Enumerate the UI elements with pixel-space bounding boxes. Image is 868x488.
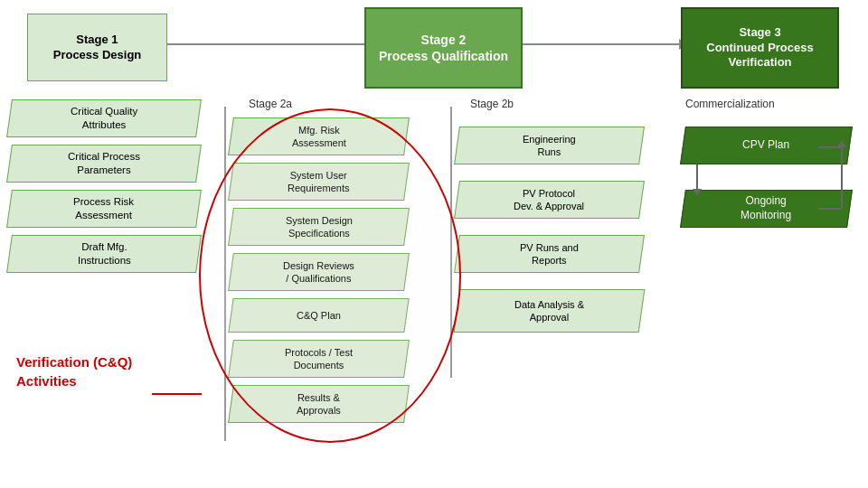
data-analysis-label: Data Analysis &Approval: [514, 298, 584, 324]
verification-oval: [199, 108, 461, 443]
cqa-label: Critical QualityAttributes: [71, 105, 137, 132]
commercialization-label: Commercialization: [685, 98, 775, 110]
arrow-feedback: [841, 146, 843, 208]
stage2b-label: Stage 2b: [470, 98, 514, 110]
cqa-item: Critical QualityAttributes: [6, 99, 202, 137]
diagram-container: Stage 1 Process Design Stage 2 Process Q…: [0, 0, 868, 488]
stage1-label: Stage 1 Process Design: [53, 33, 142, 63]
arrow-s1-s2: [167, 43, 366, 45]
verification-label: Verification (C&Q) Activities: [16, 352, 132, 390]
pra-label: Process RiskAssessment: [73, 195, 134, 222]
arrow-cpv-ongoing: [696, 164, 698, 190]
pv-protocol-item: PV ProtocolDev. & Approval: [454, 181, 645, 219]
stage2-label: Stage 2 Process Qualification: [379, 32, 508, 64]
pra-item: Process RiskAssessment: [6, 190, 202, 228]
arrow-feedback-h-top: [818, 146, 842, 148]
eng-runs-item: EngineeringRuns: [454, 127, 645, 164]
draft-mfg-label: Draft Mfg.Instructions: [78, 240, 131, 267]
pv-runs-label: PV Runs andReports: [520, 241, 579, 267]
pv-runs-item: PV Runs andReports: [454, 235, 645, 273]
arrow-feedback-h-bot: [818, 208, 842, 210]
cpv-plan-item: CPV Plan: [680, 127, 853, 164]
label-to-oval-line: [152, 393, 202, 395]
stage2-box: Stage 2 Process Qualification: [364, 7, 523, 89]
pv-protocol-label: PV ProtocolDev. & Approval: [514, 187, 584, 213]
draft-mfg-item: Draft Mfg.Instructions: [6, 235, 202, 273]
stage2a-label: Stage 2a: [249, 98, 292, 110]
eng-runs-label: EngineeringRuns: [523, 133, 576, 159]
ongoing-monitoring-label: OngoingMonitoring: [741, 194, 791, 222]
cpv-plan-label: CPV Plan: [742, 138, 789, 153]
cpp-item: Critical ProcessParameters: [6, 145, 202, 183]
data-analysis-item: Data Analysis &Approval: [454, 289, 646, 333]
cpp-label: Critical ProcessParameters: [68, 150, 140, 177]
arrow-s2-s3: [523, 43, 681, 45]
stage3-box: Stage 3 Continued Process Verification: [681, 7, 839, 89]
stage1-box: Stage 1 Process Design: [27, 14, 167, 81]
stage3-label: Stage 3 Continued Process Verification: [706, 25, 813, 71]
